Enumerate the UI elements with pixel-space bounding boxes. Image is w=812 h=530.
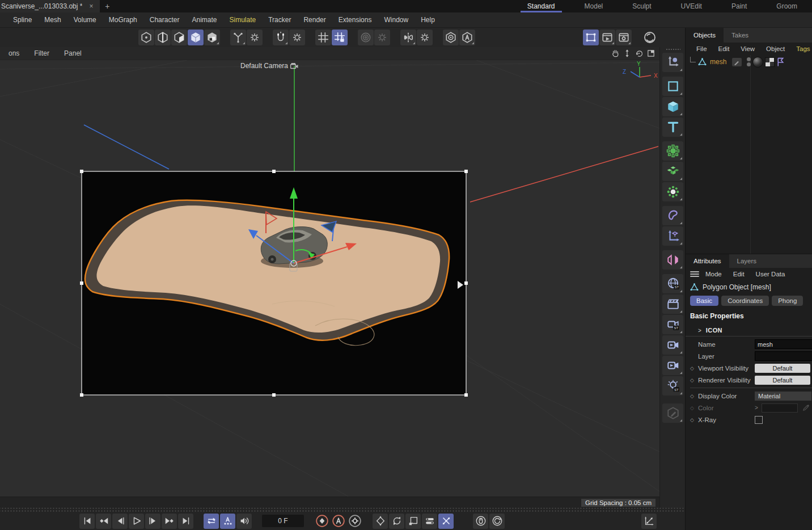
tab-objects[interactable]: Objects [686,28,724,43]
viewport-menu-options[interactable]: ons [1,49,27,57]
maximize-icon[interactable] [646,48,656,58]
renderer-visibility-dropdown[interactable]: Default [755,376,810,385]
current-frame-field[interactable]: 0 F [262,515,304,527]
object-tree[interactable]: mesh [686,55,812,254]
edit-toggle-icon[interactable] [732,58,742,66]
layout-tab-uvedit[interactable]: UVEdit [666,0,717,12]
document-tab[interactable]: Scaniverse_...013033.obj * × [0,0,100,12]
menu-mesh[interactable]: Mesh [38,16,67,24]
cloner-button[interactable] [662,141,683,161]
tab-layers[interactable]: Layers [729,254,765,268]
om-menu-object[interactable]: Object [761,45,790,52]
goto-end-button[interactable] [178,514,193,529]
color-swatch[interactable] [762,403,798,413]
solo-rotation-button[interactable] [489,514,505,529]
close-tab-icon[interactable]: × [88,2,94,10]
autokey-range-button[interactable] [220,514,235,529]
sky-button[interactable]: ST [662,274,683,293]
viewport-visibility-dropdown[interactable]: Default [755,364,810,373]
menu-extensions[interactable]: Extensions [332,16,378,24]
layout-tab-standard[interactable]: Standard [513,0,570,12]
symmetry-button[interactable] [400,30,416,45]
texture-mode-button[interactable] [204,30,220,45]
play-button[interactable] [129,514,144,529]
grid-toggle-button[interactable] [315,30,331,45]
eyedropper-icon[interactable] [802,404,810,411]
isoline-button[interactable] [358,30,374,45]
timeline-scale-button[interactable] [641,514,657,529]
edges-mode-button[interactable] [155,30,171,45]
camera-label[interactable]: Default Camera [240,62,298,70]
stage-button[interactable] [662,295,683,314]
section-tab-basic[interactable]: Basic [690,296,718,306]
annotate-button[interactable] [662,403,683,423]
tab-attributes[interactable]: Attributes [686,254,729,268]
menu-render[interactable]: Render [297,16,332,24]
record-key-button[interactable] [314,514,329,529]
viewport-menu-panel[interactable]: Panel [57,49,89,57]
keying-settings-button[interactable] [347,514,362,529]
object-row-mesh[interactable]: mesh [686,55,812,69]
snap-settings-button[interactable] [289,30,305,45]
quantize-button[interactable] [332,30,348,45]
render-settings-button[interactable] [616,30,632,45]
viewport-canvas[interactable]: Y Z X Default Camera Grid Spacing : 0.05… [0,60,659,508]
viewport-menu-filter[interactable]: Filter [27,49,57,57]
menu-mograph[interactable]: MoGraph [103,16,143,24]
attribute-manager-menu-icon[interactable] [690,271,699,277]
next-key-button[interactable] [162,514,177,529]
symmetry-tool-button[interactable] [662,250,683,270]
toolbar-grip[interactable] [666,48,680,51]
effector-button[interactable] [662,182,683,201]
camera-2-button[interactable] [662,356,683,375]
key-rotation-button[interactable] [389,514,404,529]
null-axis-button[interactable] [662,226,683,246]
material-manager-button[interactable] [642,30,658,45]
deformer-button[interactable] [662,206,683,225]
render-view-button[interactable] [583,30,599,45]
menu-window[interactable]: Window [378,16,415,24]
menu-tracker[interactable]: Tracker [262,16,297,24]
layout-tab-model[interactable]: Model [570,0,618,12]
array-button[interactable] [662,162,683,181]
color-expand-chevron[interactable]: > [755,405,762,411]
asset-capsule-button[interactable] [459,30,475,45]
prev-key-button[interactable] [96,514,111,529]
timeline-grip[interactable] [0,508,685,512]
section-tab-phong[interactable]: Phong [772,296,803,306]
orbit-icon[interactable] [634,48,644,58]
key-position-button[interactable] [373,514,388,529]
solo-mouse-button[interactable] [473,514,488,529]
symmetry-settings-button[interactable] [417,30,433,45]
polygons-mode-button[interactable] [171,30,187,45]
tab-takes[interactable]: Takes [724,28,756,43]
menu-simulate[interactable]: Simulate [223,16,262,24]
isoline-settings-button[interactable] [374,30,390,45]
camera-button[interactable] [662,335,683,355]
new-tab-button[interactable]: + [100,0,115,12]
prev-frame-button[interactable] [112,514,128,529]
section-tab-coordinates[interactable]: Coordinates [721,296,769,306]
layer-field[interactable] [755,351,812,361]
model-mode-button[interactable] [188,30,204,45]
layout-tab-groom[interactable]: Groom [762,0,812,12]
pan-hand-icon[interactable] [610,48,620,58]
dolly-icon[interactable] [622,48,632,58]
points-mode-button[interactable] [138,30,154,45]
om-menu-edit[interactable]: Edit [713,45,735,52]
phong-tag-icon[interactable] [776,57,785,67]
menu-volume[interactable]: Volume [67,16,103,24]
om-menu-view[interactable]: View [735,45,760,52]
workplane-settings-button[interactable] [247,30,263,45]
menu-animate[interactable]: Animate [185,16,223,24]
menu-character[interactable]: Character [143,16,186,24]
name-field[interactable] [755,339,812,349]
am-menu-userdata[interactable]: User Data [751,271,790,277]
loop-button[interactable] [204,514,219,529]
cube-primitive-button[interactable] [662,97,683,116]
visibility-dots[interactable] [747,57,751,66]
object-name[interactable]: mesh [710,58,726,66]
spline-rect-button[interactable] [662,77,683,96]
menu-help[interactable]: Help [415,16,441,24]
key-parameter-button[interactable] [422,514,437,529]
